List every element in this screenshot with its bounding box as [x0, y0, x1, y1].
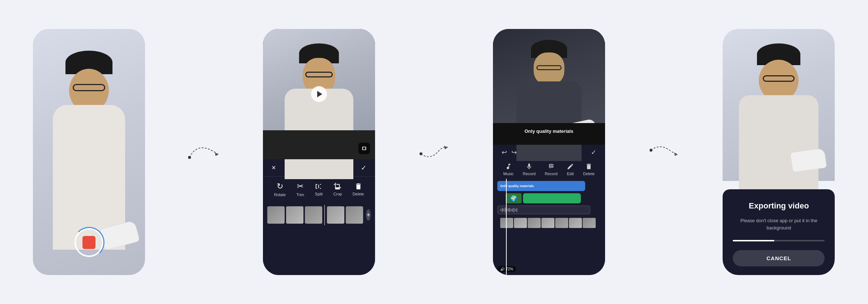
volume-value: 72% — [506, 267, 513, 271]
recording-background — [33, 29, 145, 275]
playhead-3 — [506, 179, 507, 275]
phone-screen-1 — [33, 29, 145, 275]
tool-delete[interactable]: Delete — [353, 182, 364, 196]
track-video[interactable]: Only quality materials — [497, 181, 585, 191]
delete-icon — [354, 182, 362, 190]
glasses-3 — [536, 65, 562, 70]
confirm-button[interactable]: ✓ — [361, 164, 366, 172]
tools-row-2: ↻ Rotate ✂ Trim Split Crop — [263, 177, 375, 202]
tool-delete-3[interactable]: Delete — [583, 163, 595, 176]
dashed-arrow-1 — [186, 139, 222, 165]
track-audio[interactable] — [497, 206, 590, 214]
progress-bar-fill — [733, 240, 774, 241]
thumb-b4 — [541, 218, 554, 228]
tool-split[interactable]: Split — [315, 182, 323, 196]
main-layout: × ✓ ↻ Rotate ✂ Trim Split — [0, 0, 868, 304]
thumb-3 — [305, 206, 322, 224]
cancel-button[interactable]: CANCEL — [733, 250, 825, 266]
sneaker-4 — [790, 148, 827, 173]
thumb-b3 — [528, 218, 541, 228]
volume-indicator: 🔊 72% — [497, 266, 516, 272]
table-3 — [493, 123, 605, 145]
thumb-1 — [267, 206, 285, 224]
thumb-b7 — [583, 218, 596, 228]
svg-point-0 — [188, 156, 191, 159]
arrow-2 — [412, 139, 456, 165]
thumb-b1 — [500, 218, 513, 228]
music-icon — [505, 163, 512, 170]
volume-icon: 🔊 — [500, 267, 505, 271]
tool-edit[interactable]: Edit — [567, 163, 574, 176]
thumb-b2 — [514, 218, 527, 228]
dashed-arrow-3 — [646, 139, 682, 165]
thumbnail-row-bottom — [497, 216, 601, 229]
tools-row-3: Music Record Record — [493, 160, 605, 179]
progress-bar-container — [733, 240, 825, 241]
close-button[interactable]: × — [272, 164, 276, 172]
track-overlay-row: 🌍 — [506, 193, 601, 203]
crop-tool-icon — [333, 182, 341, 190]
svg-marker-3 — [444, 146, 448, 149]
thumb-5 — [346, 206, 363, 224]
voiceover-icon — [548, 163, 555, 170]
body-3 — [516, 81, 582, 161]
delete-label: Delete — [353, 192, 364, 196]
redo-button[interactable]: ↪ — [511, 148, 517, 156]
record-label-2: Record — [545, 172, 557, 176]
confirm-button-3[interactable]: ✓ — [591, 148, 596, 156]
mic-icon — [526, 163, 533, 170]
crop-icon — [361, 145, 367, 151]
play-button[interactable] — [311, 86, 327, 102]
glasses-2 — [305, 72, 333, 77]
arrow-3 — [642, 139, 686, 165]
tool-crop[interactable]: Crop — [333, 182, 342, 196]
split-label: Split — [315, 192, 323, 196]
tool-record-1[interactable]: Record — [523, 163, 535, 176]
record-button[interactable] — [75, 228, 103, 257]
thumb-b6 — [569, 218, 582, 228]
tool-music[interactable]: Music — [503, 163, 514, 176]
tool-rotate[interactable]: ↻ Rotate — [274, 182, 286, 197]
edit-icon — [567, 163, 574, 170]
tool-trim[interactable]: ✂ Trim — [296, 182, 304, 197]
delete-label-3: Delete — [583, 172, 595, 176]
export-title: Exporting video — [749, 201, 809, 211]
thumb-b5 — [555, 218, 568, 228]
crop-label: Crop — [333, 192, 342, 196]
add-clip-button[interactable]: + — [366, 209, 371, 221]
audio-waveform — [501, 207, 517, 212]
play-icon — [317, 91, 322, 97]
video-preview-3: Only quality materials — [493, 29, 605, 145]
glasses-4 — [763, 75, 795, 82]
playhead — [324, 205, 325, 225]
export-subtitle: Please don't close app or put it in the … — [733, 217, 825, 231]
trim-label: Trim — [296, 193, 304, 197]
thumb-4 — [327, 206, 344, 224]
body-4 — [739, 95, 818, 197]
export-modal: Exporting video Please don't close app o… — [723, 189, 835, 275]
edit-icon-corner[interactable] — [358, 143, 370, 154]
dashed-arrow-2 — [416, 139, 452, 165]
person-glasses — [73, 84, 105, 91]
arrow-1 — [182, 139, 226, 165]
svg-marker-5 — [674, 152, 678, 156]
video-preview-2 — [263, 29, 375, 159]
rotate-icon: ↻ — [277, 182, 283, 191]
person-background-4 — [723, 29, 835, 181]
tool-record-2[interactable]: Record — [545, 163, 557, 176]
trim-icon: ✂ — [297, 182, 303, 191]
video-caption: Only quality materials — [524, 128, 573, 134]
timeline-editor: Only quality materials 🌍 — [493, 179, 605, 275]
track-video-label: Only quality materials — [500, 184, 534, 188]
phone-screen-2: × ✓ ↻ Rotate ✂ Trim Split — [263, 29, 375, 275]
music-label: Music — [503, 172, 514, 176]
editor-panel: ↩ ↪ ▶ ✓ Music Record — [493, 145, 605, 275]
record-label-1: Record — [523, 172, 535, 176]
phone-screen-3: Only quality materials ↩ ↪ ▶ ✓ Music — [493, 29, 605, 275]
record-ring — [73, 227, 105, 258]
undo-button[interactable]: ↩ — [502, 148, 507, 156]
timeline-strip-2: + — [263, 202, 375, 228]
track-text-overlay[interactable] — [523, 193, 581, 203]
track-emoji: 🌍 — [506, 193, 522, 203]
edit-label: Edit — [567, 172, 574, 176]
